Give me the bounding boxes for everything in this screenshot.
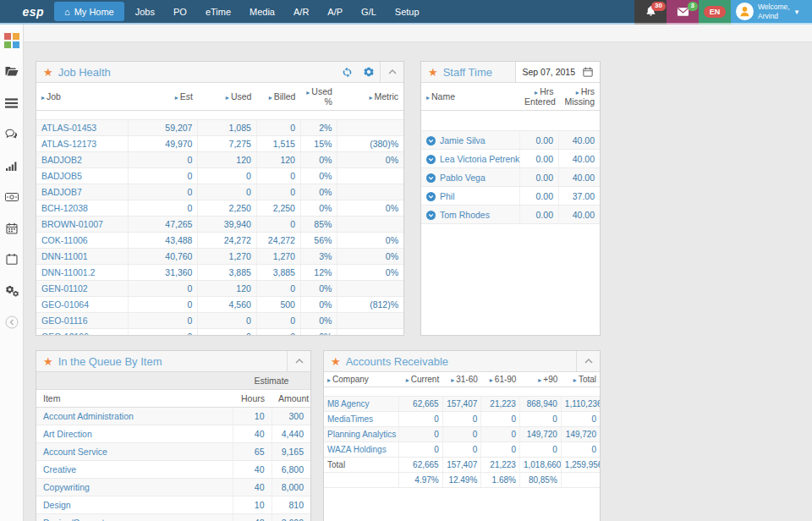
collapse-panel-button[interactable] (380, 62, 403, 82)
column-header[interactable]: ▸Current (398, 372, 442, 387)
job-link[interactable]: BADJOB7 (36, 184, 129, 200)
value-cell: 80,85% (519, 473, 561, 488)
queue-item-link[interactable]: Creative (36, 461, 233, 479)
value-cell: 0.00 (519, 206, 558, 224)
nav-item-setup[interactable]: Setup (386, 0, 429, 23)
column-header[interactable]: ▸Hrs Missing (558, 83, 600, 111)
value-cell: 40,760 (129, 249, 198, 265)
sidebar-item-finance[interactable] (0, 181, 23, 212)
nav-item-po[interactable]: PO (164, 0, 196, 23)
column-header[interactable]: ▸Billed (256, 83, 300, 111)
value-cell: 0 (198, 184, 256, 200)
collapse-panel-button[interactable] (576, 351, 600, 371)
job-link[interactable]: ATLAS-12173 (36, 136, 129, 152)
queue-item-link[interactable]: Copywriting (36, 479, 233, 496)
column-header[interactable]: ▸Est (129, 83, 198, 111)
queue-item-link[interactable]: Design/Computer (36, 514, 233, 521)
main-content: ★ Job Health (24, 25, 812, 521)
value-cell: 4,440 (272, 425, 310, 443)
ar-header: ★ Accounts Receivable (324, 351, 600, 372)
date-picker[interactable]: Sep 07, 2015 (515, 62, 600, 82)
sidebar-item-schedule[interactable] (0, 244, 23, 275)
column-header[interactable]: ▸Hrs Entered (519, 83, 558, 111)
company-link[interactable]: WAZA Holdings (324, 442, 398, 458)
job-link[interactable]: BADJOB2 (36, 152, 129, 168)
column-header[interactable]: ▸Used (198, 83, 256, 111)
value-cell: 0.00 (519, 131, 558, 150)
expand-row-icon[interactable] (426, 211, 436, 220)
value-cell: 120 (198, 281, 256, 297)
staff-time-panel: ★ Staff Time Sep 07, 2015 ▸Name▸Hrs Ente… (420, 61, 601, 336)
column-header[interactable]: ▸Job (36, 83, 129, 111)
language-button[interactable]: EN (699, 0, 731, 25)
expand-row-icon[interactable] (426, 173, 436, 183)
nav-item-my-home[interactable]: ⌂My Home (54, 2, 124, 21)
refresh-button[interactable] (337, 62, 358, 82)
column-header[interactable]: ▸Name (421, 83, 519, 111)
staff-name-link[interactable]: Pablo Vega (421, 168, 519, 187)
notifications-button[interactable]: 30 (634, 0, 667, 25)
nav-item-etime[interactable]: eTime (196, 0, 240, 23)
job-link[interactable]: GEO-01064 (36, 297, 129, 313)
nav-item-a-p[interactable]: A/P (318, 0, 352, 23)
job-link[interactable]: DNN-11001.2 (36, 265, 129, 281)
sidebar-item-lists[interactable] (0, 87, 23, 118)
column-header[interactable]: ▸Metric (337, 83, 403, 111)
company-link[interactable]: Planning Analytics (324, 427, 398, 442)
sidebar-item-messages[interactable] (0, 118, 23, 150)
job-link[interactable]: BROWN-01007 (36, 217, 129, 233)
job-link[interactable]: BCH-12038 (36, 200, 129, 217)
expand-row-icon[interactable] (426, 192, 436, 201)
gear-icon[interactable] (358, 62, 380, 82)
job-link[interactable]: COK-11006 (36, 233, 129, 249)
total-label[interactable]: Total (324, 458, 398, 473)
value-cell: 62,665 (398, 397, 442, 412)
staff-name-link[interactable]: Jamie Silva (421, 131, 519, 150)
messages-button[interactable]: 3 (667, 0, 699, 25)
job-link[interactable]: BADJOB5 (36, 168, 129, 184)
expand-row-icon[interactable] (426, 136, 436, 145)
nav-item-g-l[interactable]: G/L (352, 0, 386, 23)
user-menu[interactable]: Welcome, Arvind ▾ (731, 0, 812, 25)
nav-item-media[interactable]: Media (240, 0, 284, 23)
queue-item-link[interactable]: Account Administration (36, 408, 233, 425)
nav-item-a-r[interactable]: A/R (284, 0, 318, 23)
column-header[interactable]: ▸61-90 (481, 372, 520, 387)
sidebar-item-jobs[interactable] (0, 56, 23, 87)
queue-item-link[interactable]: Account Service (36, 443, 233, 461)
value-cell: 65 (233, 443, 272, 461)
queue-item-link[interactable]: Art Direction (36, 425, 233, 443)
sidebar-item-calendar[interactable] (0, 212, 23, 244)
job-link[interactable]: DNN-11001 (36, 249, 129, 265)
staff-name-link[interactable]: Lea Victoria Petrenko (421, 150, 519, 168)
value-cell: 15% (300, 136, 337, 152)
expand-row-icon[interactable] (426, 155, 436, 164)
job-link[interactable]: GEO-12199 (36, 329, 129, 336)
company-link[interactable]: M8 Agency (324, 397, 398, 412)
collapse-panel-button[interactable] (287, 351, 310, 371)
company-link[interactable]: MediaTimes (324, 412, 398, 427)
column-header[interactable]: ▸Used % (300, 83, 337, 111)
column-header[interactable]: ▸Company (324, 372, 398, 387)
job-link[interactable]: ATLAS-01453 (36, 120, 129, 136)
column-header[interactable]: ▸Total (561, 372, 600, 387)
column-header[interactable]: ▸31-60 (442, 372, 481, 387)
sort-arrow-icon: ▸ (535, 89, 538, 96)
sidebar-item-dashboard[interactable] (0, 25, 23, 56)
queue-item-link[interactable]: Design (36, 496, 233, 514)
column-header[interactable]: ▸+90 (519, 372, 561, 387)
sidebar-item-reports[interactable] (0, 150, 23, 181)
value-cell: 0 (442, 442, 481, 458)
job-link[interactable]: GEO-01116 (36, 313, 129, 329)
staff-name-link[interactable]: Tom Rhodes (421, 206, 519, 224)
sort-arrow-icon: ▸ (406, 376, 409, 384)
sidebar-item-settings[interactable] (0, 275, 23, 306)
sidebar-collapse-button[interactable] (0, 306, 23, 337)
value-cell: 149,720 (561, 427, 600, 442)
job-link[interactable]: GEN-01102 (36, 281, 129, 297)
toolbar-strip (24, 25, 812, 42)
gears-icon (5, 285, 19, 297)
nav-item-jobs[interactable]: Jobs (126, 0, 164, 23)
staff-name-link[interactable]: Phil (421, 187, 519, 206)
value-cell: 0 (129, 184, 198, 200)
